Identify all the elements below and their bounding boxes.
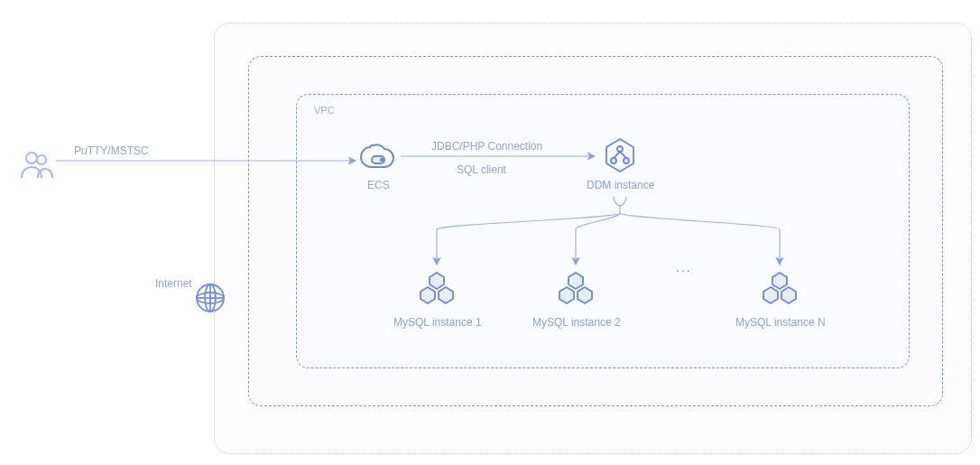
ellipsis: ... bbox=[676, 260, 692, 274]
svg-point-1 bbox=[37, 155, 46, 164]
svg-marker-16 bbox=[421, 287, 435, 303]
svg-marker-19 bbox=[559, 287, 574, 303]
mysql-instance-1-icon bbox=[416, 271, 458, 311]
sql-client-label: SQL client bbox=[457, 163, 506, 176]
svg-point-12 bbox=[624, 158, 629, 163]
svg-marker-21 bbox=[772, 273, 787, 289]
svg-marker-17 bbox=[439, 287, 453, 303]
svg-marker-15 bbox=[430, 273, 444, 289]
vpc-label: VPC bbox=[314, 105, 335, 116]
mysql-instance-2-label: MySQL instance 2 bbox=[532, 316, 621, 329]
svg-point-10 bbox=[617, 146, 623, 152]
mysql-instance-n-label: MySQL instance N bbox=[735, 316, 826, 329]
users-icon bbox=[18, 147, 54, 187]
svg-point-0 bbox=[26, 153, 37, 163]
ddm-icon bbox=[602, 137, 638, 177]
svg-marker-22 bbox=[763, 287, 778, 303]
mysql-instance-1-label: MySQL instance 1 bbox=[393, 316, 482, 329]
jdbc-label: JDBC/PHP Connection bbox=[431, 140, 542, 153]
svg-marker-9 bbox=[606, 139, 633, 172]
mysql-instance-2-icon bbox=[555, 271, 596, 311]
svg-marker-23 bbox=[781, 287, 796, 303]
svg-marker-20 bbox=[578, 287, 592, 303]
globe-icon bbox=[194, 282, 227, 318]
putty-mstsc-label: PuTTY/MSTSC bbox=[74, 144, 149, 157]
architecture-diagram: VPC ECS bbox=[0, 0, 980, 465]
svg-marker-18 bbox=[569, 273, 583, 289]
svg-point-8 bbox=[381, 159, 383, 161]
internet-label: Internet bbox=[155, 277, 192, 290]
ddm-label: DDM instance bbox=[587, 179, 654, 191]
svg-point-11 bbox=[611, 158, 616, 163]
mysql-instance-n-icon bbox=[759, 271, 800, 311]
ecs-label: ECS bbox=[367, 179, 390, 191]
ecs-icon bbox=[359, 142, 395, 176]
